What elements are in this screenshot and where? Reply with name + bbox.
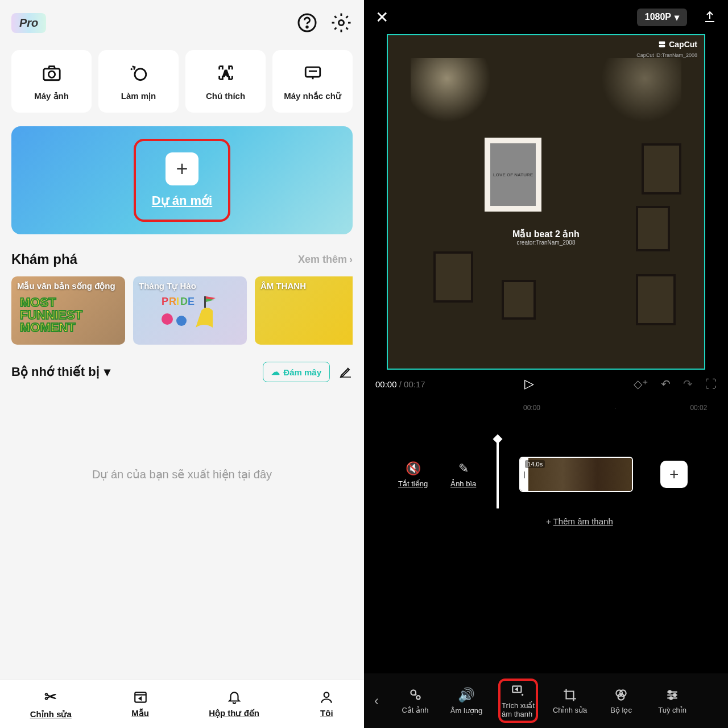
preview-frame: LOVE OF NATURE [485, 138, 541, 212]
preview-frame [636, 206, 670, 251]
export-icon[interactable] [703, 10, 717, 24]
svg-text:D: D [180, 296, 188, 307]
svg-point-26 [669, 690, 671, 693]
svg-text:I: I [176, 296, 179, 307]
preview-frame [642, 143, 681, 195]
volume-button[interactable]: 🔊 Âm lượng [447, 687, 486, 715]
close-icon[interactable]: ✕ [375, 8, 388, 27]
home-header: Pro [11, 11, 353, 34]
playbar: 00:00 / 00:17 ▷ ◇⁺ ↶ ↷ ⛶ [364, 370, 728, 398]
editor-screen: ✕ 1080P ▾ CapCut CapCut ID:TranNam_2008 … [364, 0, 728, 728]
tool-camera[interactable]: Máy ảnh [11, 50, 92, 113]
svg-point-27 [673, 693, 676, 696]
nav-templates[interactable]: Mẫu [131, 690, 149, 718]
see-more-link[interactable]: Xem thêm › [298, 254, 353, 266]
chevron-down-icon: ▾ [104, 365, 110, 379]
add-clip-button[interactable]: + [660, 461, 688, 488]
cover-button[interactable]: ✎ Ảnh bìa [450, 461, 476, 488]
capcut-id: CapCut ID:TranNam_2008 [636, 52, 697, 58]
tool-label: Làm mịn [121, 91, 156, 101]
preview-graphic [411, 58, 502, 126]
see-more-label: Xem thêm [298, 254, 347, 266]
adjust-button[interactable]: Tuỳ chỉn [653, 688, 692, 714]
svg-text:P: P [162, 296, 168, 307]
add-audio-label: Thêm âm thanh [553, 516, 613, 526]
playhead[interactable] [497, 440, 499, 508]
toolbar-label: Bộ lọc [610, 706, 632, 714]
svg-point-14 [176, 316, 187, 326]
timeline[interactable]: 00:00 · 00:02 · 00 🔇 Tắt tiếng ✎ Ảnh bìa… [364, 398, 728, 526]
back-button[interactable]: ‹ [370, 693, 383, 709]
explore-card-title: Tháng Tự Hào [139, 281, 196, 291]
preview-frame [433, 251, 473, 303]
bell-icon [227, 690, 242, 705]
tool-caption[interactable]: A Chú thích [185, 50, 266, 113]
tool-label: Máy ảnh [34, 91, 69, 101]
new-project-card[interactable]: + Dự án mới [11, 126, 353, 234]
chevron-right-icon: › [349, 254, 353, 266]
tool-smooth[interactable]: Làm mịn [98, 50, 179, 113]
timeline-ruler: 00:00 · 00:02 · 00 [364, 404, 728, 412]
add-audio-button[interactable]: + Thêm âm thanh [364, 508, 728, 526]
new-project-label: Dự án mới [152, 193, 212, 208]
video-clip[interactable]: | 14.0s [519, 457, 633, 492]
resolution-selector[interactable]: 1080P ▾ [637, 9, 687, 26]
crop-button[interactable]: Cắt ảnh [396, 688, 435, 714]
explore-card-audio[interactable]: ÂM THANH [255, 276, 353, 345]
tool-teleprompter[interactable]: Máy nhắc chữ [272, 50, 353, 113]
edit-icon[interactable] [339, 365, 353, 379]
resolution-label: 1080P [645, 12, 671, 22]
nav-me[interactable]: Tôi [319, 690, 334, 718]
extract-icon [511, 683, 526, 698]
editor-header: ✕ 1080P ▾ [364, 0, 728, 34]
preview-frame [502, 280, 536, 320]
volume-icon: 🔊 [458, 687, 475, 703]
plus-icon: + [166, 152, 198, 185]
speaker-off-icon: 🔇 [406, 461, 421, 476]
cloud-icon: ☁ [271, 367, 280, 377]
svg-rect-19 [659, 45, 665, 48]
pro-badge[interactable]: Pro [11, 13, 46, 33]
video-preview[interactable]: CapCut CapCut ID:TranNam_2008 LOVE OF NA… [387, 34, 705, 370]
new-project-highlight: + Dự án mới [134, 139, 230, 222]
filter-button[interactable]: Bộ lọc [602, 688, 640, 714]
mute-button[interactable]: 🔇 Tắt tiếng [398, 461, 428, 488]
explore-card-title: ÂM THANH [260, 281, 306, 291]
fullscreen-icon[interactable]: ⛶ [705, 378, 717, 391]
storage-header: Bộ nhớ thiết bị ▾ ☁ Đám mây [11, 362, 353, 382]
plus-icon: + [546, 516, 551, 526]
explore-header: Khám phá Xem thêm › [11, 251, 353, 267]
cloud-button[interactable]: ☁ Đám mây [263, 362, 330, 382]
nav-label: Chỉnh sửa [30, 709, 72, 719]
toolbar-label: Tuỳ chỉn [658, 706, 686, 714]
explore-card-text-templates[interactable]: Mẫu văn bản sống động MOST FUNNIEST MOME… [11, 276, 125, 345]
chevron-down-icon: ▾ [675, 12, 679, 23]
capcut-watermark: CapCut [657, 40, 697, 49]
nav-edit[interactable]: ✂ Chỉnh sửa [30, 688, 72, 719]
nav-inbox[interactable]: Hộp thư đến [209, 690, 259, 718]
clip-duration: 14.0s [525, 460, 545, 468]
redo-icon[interactable]: ↷ [683, 377, 693, 391]
crop-icon [408, 688, 423, 702]
cloud-label: Đám mây [283, 367, 321, 377]
edit-button[interactable]: Chỉnh sửa [551, 688, 589, 714]
svg-point-1 [307, 26, 308, 27]
storage-selector[interactable]: Bộ nhớ thiết bị ▾ [11, 365, 110, 379]
caption-icon: A [214, 61, 237, 84]
play-button[interactable]: ▷ [524, 377, 534, 391]
filter-icon [614, 688, 628, 702]
help-icon[interactable] [296, 11, 318, 34]
undo-icon[interactable]: ↶ [661, 377, 671, 391]
explore-card-pride[interactable]: Tháng Tự Hào P R I D E [133, 276, 247, 345]
scissors-icon: ✂ [44, 688, 57, 706]
mute-label: Tắt tiếng [398, 479, 428, 488]
preview-title: Mẫu beat 2 ảnh [512, 229, 580, 239]
keyframe-icon[interactable]: ◇⁺ [634, 377, 648, 391]
cover-label: Ảnh bìa [450, 479, 476, 488]
person-icon [319, 690, 334, 705]
svg-point-5 [134, 69, 146, 80]
pride-graphic: P R I D E [150, 288, 230, 333]
settings-icon[interactable] [330, 11, 353, 34]
extract-audio-button[interactable]: Trích xuấtâm thanh [498, 679, 538, 723]
storage-title-label: Bộ nhớ thiết bị [11, 365, 100, 379]
